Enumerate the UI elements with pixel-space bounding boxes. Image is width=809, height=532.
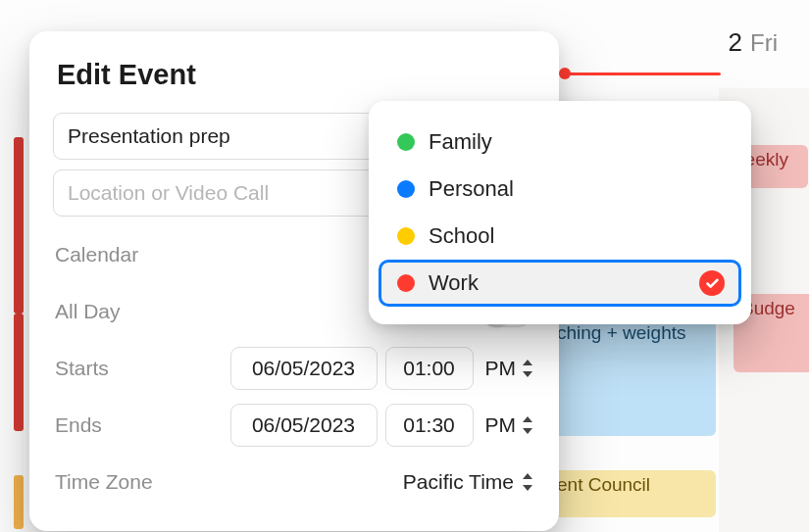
calendar-color-dot xyxy=(397,274,415,292)
ends-row: Ends 06/05/2023 01:30 PM xyxy=(53,397,535,454)
dropdown-item-school[interactable]: School xyxy=(379,213,741,260)
gutter-event-red-1 xyxy=(14,137,24,314)
ends-time-input[interactable]: 01:30 xyxy=(385,404,474,447)
bg-event-council[interactable]: ent Council xyxy=(549,470,716,517)
all-day-label: All Day xyxy=(55,300,121,323)
dropdown-item-family[interactable]: Family xyxy=(379,119,741,166)
starts-row: Starts 06/05/2023 01:00 PM xyxy=(53,340,535,397)
day-header: 2 Fri xyxy=(729,27,778,58)
calendar-color-dot xyxy=(397,227,415,245)
dropdown-item-personal[interactable]: Personal xyxy=(379,166,741,213)
current-time-dot xyxy=(559,68,571,79)
dropdown-item-label: Family xyxy=(429,129,492,155)
starts-date-input[interactable]: 06/05/2023 xyxy=(230,347,378,390)
time-zone-label: Time Zone xyxy=(55,470,153,494)
day-number: 2 xyxy=(729,27,742,58)
ends-label: Ends xyxy=(55,413,102,437)
dropdown-item-work[interactable]: Work xyxy=(379,260,741,307)
bg-event-stretching[interactable]: ching + weights xyxy=(549,318,716,436)
sort-icon xyxy=(522,473,533,491)
time-zone-row: Time Zone Pacific Time xyxy=(53,454,535,510)
calendar-color-dot xyxy=(397,180,415,198)
time-zone-select[interactable]: Pacific Time xyxy=(403,470,533,494)
starts-meridiem-value: PM xyxy=(485,357,517,380)
gutter-event-red-2 xyxy=(14,314,24,431)
starts-meridiem-select[interactable]: PM xyxy=(481,357,534,380)
dropdown-item-label: School xyxy=(429,223,494,249)
ends-meridiem-select[interactable]: PM xyxy=(481,413,534,437)
gutter-event-yellow xyxy=(14,475,24,529)
starts-time-input[interactable]: 01:00 xyxy=(385,347,474,390)
sort-icon xyxy=(522,360,533,377)
panel-title: Edit Event xyxy=(53,59,535,91)
checkmark-icon xyxy=(699,270,725,296)
calendar-dropdown[interactable]: FamilyPersonalSchoolWork xyxy=(369,101,751,324)
day-name: Fri xyxy=(750,29,778,57)
dropdown-item-label: Personal xyxy=(429,176,514,202)
sort-icon xyxy=(522,416,533,434)
ends-date-input[interactable]: 06/05/2023 xyxy=(230,404,378,447)
ends-meridiem-value: PM xyxy=(485,413,517,437)
time-zone-value: Pacific Time xyxy=(403,470,514,494)
dropdown-item-label: Work xyxy=(429,270,479,296)
current-time-line xyxy=(564,73,721,75)
starts-label: Starts xyxy=(55,357,109,380)
calendar-color-dot xyxy=(397,133,415,151)
calendar-label: Calendar xyxy=(55,243,138,266)
